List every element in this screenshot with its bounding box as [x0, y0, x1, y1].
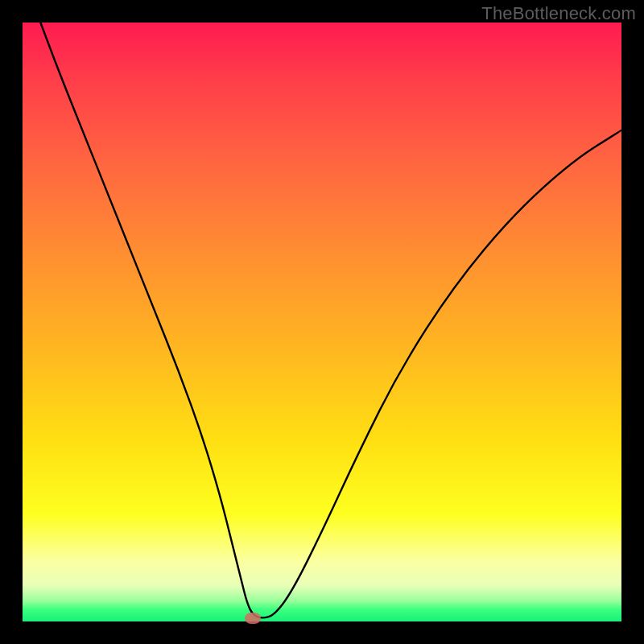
- plot-area: [23, 23, 621, 621]
- bottleneck-curve: [23, 23, 621, 621]
- chart-frame: TheBottleneck.com: [0, 0, 644, 644]
- optimal-point-marker: [245, 613, 261, 624]
- watermark-text: TheBottleneck.com: [481, 3, 636, 24]
